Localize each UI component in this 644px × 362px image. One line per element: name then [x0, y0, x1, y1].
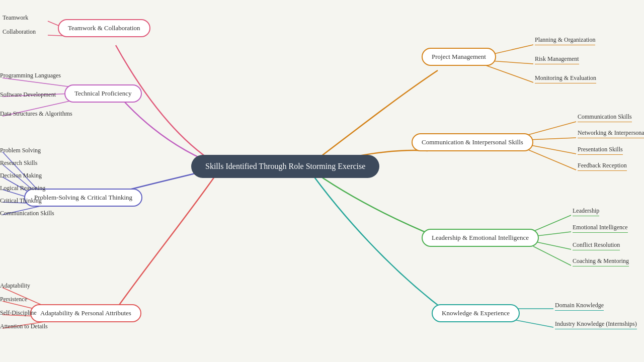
knowledge-node: Knowledge & Experience — [432, 304, 520, 322]
leaf-adaptability: Adaptability — [0, 282, 30, 290]
leaf-industry: Industry Knowledge (Internships) — [555, 320, 637, 329]
communication-label: Communication & Interpersonal Skills — [412, 133, 533, 151]
svg-line-10 — [533, 246, 571, 265]
project-node: Project Management — [422, 48, 496, 66]
leaf-software-dev: Software Development — [0, 91, 56, 99]
leaf-emotional: Emotional Intelligence — [573, 224, 628, 233]
teamwork-node: Teamwork & Collaboration — [58, 19, 150, 37]
leaf-programming: Programming Languages — [0, 72, 61, 79]
leaf-data-structures: Data Structures & Algorithms — [0, 110, 72, 118]
svg-line-6 — [528, 150, 576, 170]
leaf-problem-solving: Problem Solving — [0, 147, 41, 154]
leaf-discipline: Self-Discipline — [0, 309, 37, 317]
leadership-label: Leadership & Emotional Intelligence — [422, 229, 539, 247]
center-node: Skills Identified Through Role Storming … — [191, 155, 379, 178]
leaf-attention: Attention to Details — [0, 323, 48, 330]
teamwork-label: Teamwork & Collaboration — [58, 19, 150, 37]
svg-line-9 — [533, 241, 571, 249]
adaptability-node: Adaptability & Personal Attributes — [30, 304, 141, 322]
leaf-persistence: Persistence — [0, 296, 27, 303]
leaf-monitoring: Monitoring & Evaluation — [535, 74, 596, 83]
leaf-coaching: Coaching & Mentoring — [573, 257, 629, 266]
knowledge-label: Knowledge & Experience — [432, 304, 520, 322]
svg-line-4 — [528, 138, 576, 140]
svg-line-7 — [533, 215, 571, 231]
leaf-conflict: Conflict Resolution — [573, 241, 620, 250]
adaptability-label: Adaptability & Personal Attributes — [30, 304, 141, 322]
svg-line-8 — [533, 232, 571, 236]
leaf-collaboration: Collaboration — [3, 28, 36, 36]
leaf-risk: Risk Management — [535, 55, 579, 64]
leaf-comm: Communication Skills — [578, 113, 632, 122]
leaf-feedback: Feedback Reception — [578, 162, 627, 171]
leaf-planning: Planning & Organization — [535, 36, 595, 45]
svg-line-5 — [528, 145, 576, 154]
leaf-reasoning: Logical Reasoning — [0, 185, 45, 192]
leaf-domain: Domain Knowledge — [555, 302, 604, 311]
technical-node: Technical Proficiency — [64, 84, 142, 103]
leaf-leadership: Leadership — [573, 207, 599, 216]
technical-label: Technical Proficiency — [64, 84, 142, 103]
leaf-teamwork: Teamwork — [3, 14, 28, 22]
svg-line-2 — [483, 64, 533, 82]
leaf-presentation: Presentation Skills — [578, 146, 623, 155]
leaf-research: Research Skills — [0, 159, 37, 167]
svg-line-3 — [528, 122, 576, 135]
project-label: Project Management — [422, 48, 496, 66]
leaf-decision: Decision Making — [0, 172, 42, 179]
center-node-label: Skills Identified Through Role Storming … — [191, 155, 379, 178]
leadership-node: Leadership & Emotional Intelligence — [422, 229, 539, 247]
leaf-critical: Critical Thinking — [0, 197, 42, 205]
leaf-comm-skills: Communication Skills — [0, 210, 54, 217]
communication-node: Communication & Interpersonal Skills — [412, 133, 533, 151]
leaf-networking: Networking & Interpersonal — [578, 129, 644, 138]
